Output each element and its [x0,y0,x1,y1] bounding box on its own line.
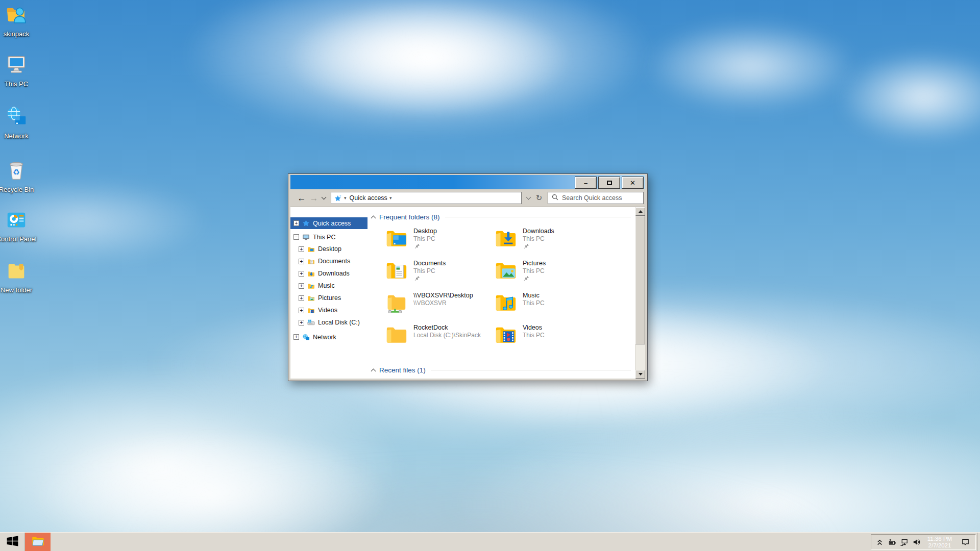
expander-box[interactable]: + [299,295,304,301]
folder-tile-pictures[interactable]: Pictures This PC [494,259,603,283]
local-disk-icon [307,319,315,327]
folder-tile-videos[interactable]: Videos This PC [494,323,603,347]
sidebar-item-music[interactable]: + Music [290,280,368,292]
forward-button[interactable]: → [308,194,320,203]
user-folder-icon [5,3,28,29]
desktop-icon-label: skinpack [4,30,30,38]
sidebar-item-pictures[interactable]: + Pictures [290,292,368,304]
vertical-scrollbar[interactable] [635,207,645,379]
sidebar-item-label: Videos [318,307,337,314]
minimize-button[interactable]: – [575,177,597,189]
power-battery-icon[interactable] [886,538,898,546]
window-titlebar[interactable]: – ✕ [290,175,645,189]
sidebar-item-label: Downloads [318,270,350,277]
folder-tile-rocketdock[interactable]: RocketDock Local Disk (C:)\SkinPack [385,323,494,347]
taskbar-explorer-button[interactable] [25,533,51,551]
recent-locations-chevron-icon[interactable] [322,195,327,200]
desktop-icon-this-pc[interactable]: This PC [2,53,31,88]
search-box[interactable] [548,192,644,204]
chevron-down-icon[interactable]: ▾ [344,195,347,201]
address-bar[interactable]: ▾ Quick access ▾ [331,192,522,204]
close-icon: ✕ [630,179,635,187]
expander-box[interactable]: + [293,220,299,226]
desktop-icon-control-panel[interactable]: Control Panel [2,208,31,243]
expander-box[interactable]: + [293,334,299,340]
address-location[interactable]: Quick access [350,194,387,202]
show-hidden-icons-button[interactable] [873,538,886,546]
sidebar-item-documents[interactable]: + Documents [290,255,368,267]
desktop-icon-network[interactable]: Network [2,105,31,140]
network-icon [5,105,28,131]
this-pc-icon [5,53,28,79]
tile-name: Videos [523,324,545,331]
desktop-icon-recycle-bin[interactable]: ♻ Recycle Bin [2,159,31,193]
network-icon [302,333,310,341]
tile-name: Documents [413,260,446,267]
network-share-folder-icon [385,291,408,315]
this-pc-icon [302,233,310,241]
tile-location: This PC [523,267,546,274]
volume-icon[interactable] [910,538,922,546]
expander-box[interactable]: + [299,246,304,252]
scrollbar-track[interactable] [635,344,645,370]
close-button[interactable]: ✕ [622,177,644,189]
sidebar-item-quick-access[interactable]: + Quick access [290,217,368,229]
folder-tile-desktop[interactable]: Desktop This PC [385,227,494,251]
music-folder-icon [307,282,315,290]
folder-tile-downloads[interactable]: Downloads This PC [494,227,603,251]
scroll-down-button[interactable] [635,370,645,379]
sidebar-item-videos[interactable]: + Videos [290,304,368,316]
scroll-up-icon [639,210,643,213]
section-title: Recent files (1) [379,366,426,374]
control-panel-icon [5,208,28,234]
frequent-folders-header[interactable]: Frequent folders (8) [371,213,631,221]
maximize-button[interactable] [598,177,620,189]
sidebar-item-local-disk-c[interactable]: + Local Disk (C:) [290,316,368,329]
scroll-up-button[interactable] [635,207,645,216]
start-button[interactable] [0,533,24,551]
collapse-chevron-icon[interactable] [371,215,376,220]
folder-tile-documents[interactable]: Documents This PC [385,259,494,283]
scrollbar-thumb[interactable] [635,216,645,344]
documents-folder-icon [385,259,408,283]
section-title: Frequent folders (8) [379,213,440,221]
cloud [0,362,403,532]
sidebar-item-network[interactable]: + Network [290,331,368,343]
cloud [643,20,857,112]
show-desktop-button[interactable] [977,533,980,551]
folder-tile-vboxsvr-desktop[interactable]: \\VBOXSVR\Desktop \\VBOXSVR [385,291,494,315]
refresh-icon[interactable]: ↻ [533,193,545,203]
collapse-chevron-icon[interactable] [371,368,376,373]
expander-box[interactable]: − [293,234,299,240]
desktop-folder-icon [385,227,408,251]
pin-icon [413,243,437,250]
window-body: + Quick access − This PC + Deskt [290,207,645,379]
recent-files-header[interactable]: Recent files (1) [371,366,631,374]
chevron-down-icon[interactable]: ▾ [389,195,392,201]
previous-locations-chevron-icon[interactable] [526,195,531,200]
expander-box[interactable]: + [299,271,304,277]
quick-access-star-icon [302,219,310,227]
back-button[interactable]: ← [296,194,308,203]
cloud [184,0,653,138]
expander-box[interactable]: + [299,283,304,289]
sidebar-item-desktop[interactable]: + Desktop [290,243,368,255]
sidebar-item-label: This PC [313,234,335,241]
desktop-icon-new-folder[interactable]: New folder [2,259,31,294]
section-divider [431,370,631,370]
taskbar-clock[interactable]: 11:36 PM 2/7/2021 [923,536,956,549]
folder-tile-music[interactable]: Music This PC [494,291,603,315]
clock-date: 2/7/2021 [923,542,956,549]
action-center-icon[interactable] [959,538,971,546]
expander-box[interactable]: + [299,308,304,313]
desktop-icon-skinpack[interactable]: skinpack [2,3,31,38]
network-tray-icon[interactable] [898,538,910,546]
sidebar-item-downloads[interactable]: + Downloads [290,267,368,280]
expander-box[interactable]: + [299,320,304,325]
desktop-icon-label: Recycle Bin [0,186,34,193]
pictures-folder-icon [494,259,518,283]
sidebar-item-this-pc[interactable]: − This PC [290,231,368,243]
search-input[interactable] [562,194,640,202]
expander-box[interactable]: + [299,259,304,264]
recycle-glyph: ♻ [13,168,20,177]
